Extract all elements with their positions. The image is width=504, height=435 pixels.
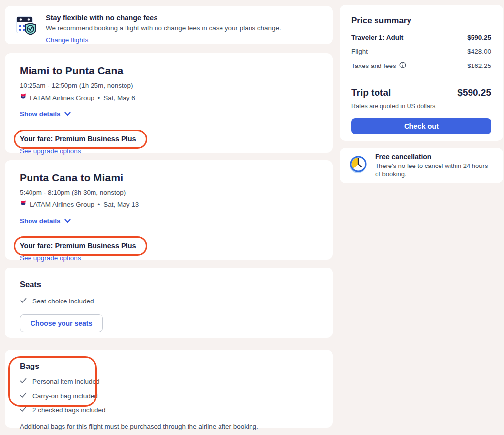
price-row-value: $428.00 — [467, 48, 491, 55]
divider — [351, 79, 491, 79]
flight-date: Sat, May 6 — [103, 94, 135, 101]
separator-dot: • — [98, 201, 100, 208]
calendar-shield-icon — [15, 13, 38, 39]
flight-times: 5:40pm - 8:10pm (3h 30m, nonstop) — [20, 189, 318, 196]
trip-total-value: $590.25 — [457, 87, 491, 98]
price-row-label: Traveler 1: Adult — [351, 34, 403, 41]
divider — [20, 127, 318, 127]
flight-card-outbound: Miami to Punta Cana 10:25am - 12:50pm (1… — [5, 53, 333, 153]
banner-description: We recommend booking a flight with no ch… — [46, 24, 281, 32]
flight-date: Sat, May 13 — [103, 201, 139, 208]
seat-included-item: Seat choice included — [20, 298, 318, 305]
check-icon — [20, 392, 27, 400]
price-row-taxes: Taxes and fees $162.25 — [351, 62, 491, 70]
flight-title: Punta Cana to Miami — [20, 172, 318, 184]
check-out-button[interactable]: Check out — [351, 118, 491, 134]
rates-note: Rates are quoted in US dollars — [351, 103, 491, 110]
flight-airline-line: LATAM Airlines Group • Sat, May 13 — [20, 200, 318, 209]
separator-dot: • — [98, 94, 100, 101]
clock-icon — [348, 155, 368, 176]
show-details-link[interactable]: Show details — [20, 217, 71, 225]
price-summary-card: Price summary Traveler 1: Adult $590.25 … — [340, 5, 503, 141]
bag-item: Carry-on bag included — [20, 392, 318, 400]
flight-card-return: Punta Cana to Miami 5:40pm - 8:10pm (3h … — [5, 160, 333, 260]
choose-your-seats-button[interactable]: Choose your seats — [20, 314, 103, 332]
seats-title: Seats — [20, 280, 318, 289]
airline-name: LATAM Airlines Group — [30, 94, 94, 101]
price-row-traveler: Traveler 1: Adult $590.25 — [351, 34, 491, 41]
bag-item: 2 checked bags included — [20, 406, 318, 414]
seats-card: Seats Seat choice included Choose your s… — [5, 268, 333, 338]
price-row-value: $162.25 — [467, 62, 491, 69]
bags-note: Additional bags for this flight must be … — [20, 423, 318, 430]
price-row-label: Taxes and fees — [351, 62, 396, 69]
bag-item-label: 2 checked bags included — [32, 406, 106, 414]
fare-label: Your fare: Premium Business Plus — [20, 135, 136, 143]
latam-airline-logo-icon — [20, 93, 26, 102]
check-icon — [20, 406, 27, 414]
airline-name: LATAM Airlines Group — [30, 201, 94, 208]
change-flights-link[interactable]: Change flights — [46, 36, 88, 44]
show-details-link[interactable]: Show details — [20, 110, 71, 118]
bags-title: Bags — [20, 362, 318, 371]
price-row-label: Flight — [351, 48, 368, 55]
check-icon — [20, 298, 27, 305]
price-row-value: $590.25 — [467, 34, 491, 41]
chevron-down-icon — [64, 110, 71, 118]
trip-total-label: Trip total — [351, 87, 391, 98]
seat-included-label: Seat choice included — [32, 298, 94, 305]
fare-label: Your fare: Premium Business Plus — [20, 242, 136, 250]
flight-title: Miami to Punta Cana — [20, 65, 318, 77]
latam-airline-logo-icon — [20, 200, 26, 209]
banner-title: Stay flexible with no change fees — [46, 14, 281, 22]
see-upgrade-options-link[interactable]: See upgrade options — [20, 254, 81, 262]
bag-item-label: Personal item included — [32, 378, 100, 385]
chevron-down-icon — [64, 217, 71, 225]
free-cancellation-card: Free cancellation There's no fee to canc… — [340, 148, 503, 183]
no-change-fees-banner: Stay flexible with no change fees We rec… — [5, 6, 333, 44]
show-details-label: Show details — [20, 110, 61, 118]
flight-airline-line: LATAM Airlines Group • Sat, May 6 — [20, 93, 318, 102]
flight-times: 10:25am - 12:50pm (1h 25m, nonstop) — [20, 82, 318, 89]
see-upgrade-options-link[interactable]: See upgrade options — [20, 147, 81, 155]
free-cancellation-description: There's no fee to cancel within 24 hours… — [375, 162, 494, 179]
bag-item-label: Carry-on bag included — [32, 392, 98, 400]
free-cancellation-title: Free cancellation — [375, 153, 494, 161]
show-details-label: Show details — [20, 217, 61, 225]
bags-card: Bags Personal item included Carry-on bag… — [5, 350, 333, 428]
info-icon[interactable] — [399, 62, 406, 70]
divider — [20, 234, 318, 234]
price-summary-title: Price summary — [351, 16, 491, 26]
price-row-flight: Flight $428.00 — [351, 48, 491, 55]
check-icon — [20, 378, 27, 385]
bag-item: Personal item included — [20, 378, 318, 385]
trip-total-row: Trip total $590.25 — [351, 87, 491, 98]
